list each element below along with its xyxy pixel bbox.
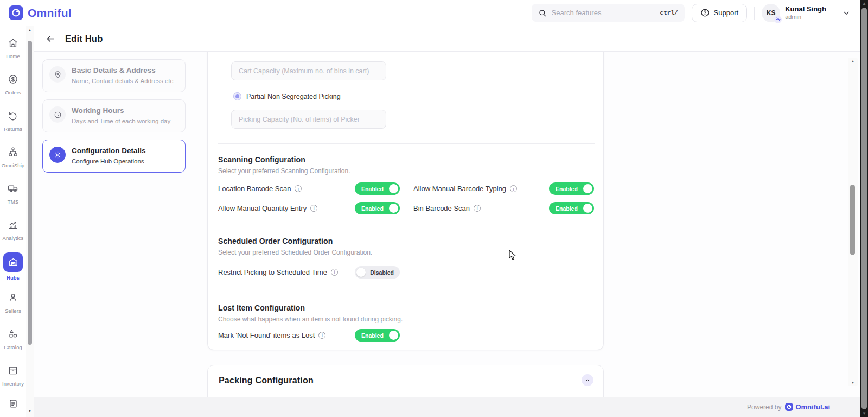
scroll-down-arrow-icon[interactable]: ▼ xyxy=(848,381,858,384)
powered-by-brand[interactable]: Omniful.ai xyxy=(785,403,830,411)
top-header: Omniful ctrl/ Support KS xyxy=(0,0,860,26)
manual-quantity-entry-toggle[interactable]: Enabled xyxy=(355,202,400,214)
header-divider xyxy=(754,7,755,20)
toggle-label: Location Barcode Scan xyxy=(218,185,291,193)
restrict-picking-toggle[interactable]: Disabled xyxy=(355,266,400,279)
info-icon[interactable] xyxy=(331,269,338,276)
scroll-down-arrow-icon[interactable]: ▼ xyxy=(860,411,868,416)
sidebar-item-home[interactable]: Home xyxy=(0,30,26,66)
truck-icon xyxy=(8,182,19,196)
scroll-down-arrow-icon[interactable]: ▼ xyxy=(26,409,34,413)
powered-by-brand-label: Omniful.ai xyxy=(795,403,830,411)
toggle-knob xyxy=(356,268,366,277)
mark-not-found-lost-toggle[interactable]: Enabled xyxy=(355,329,400,342)
packing-card-title: Packing Configuration xyxy=(219,376,592,386)
omniful-logo-icon xyxy=(9,5,23,20)
lost-item-section-subtitle: Choose what happens when an item is not … xyxy=(218,315,603,323)
radio-selected-icon[interactable] xyxy=(233,92,241,100)
document-icon xyxy=(8,399,18,411)
step-list: Basic Details & Address Name, Contact de… xyxy=(42,59,186,173)
step-title: Basic Details & Address xyxy=(72,66,173,74)
step-subtitle: Configure Hub Operations xyxy=(72,157,146,166)
scroll-up-arrow-icon[interactable]: ▲ xyxy=(860,1,868,6)
question-icon xyxy=(700,8,710,17)
sellers-icon xyxy=(8,292,18,305)
sidebar-item-hubs[interactable]: Hubs xyxy=(0,248,26,285)
inventory-icon xyxy=(8,365,18,378)
sidebar-item-tms[interactable]: TMS xyxy=(0,175,26,212)
toggle-state-label: Enabled xyxy=(361,186,384,192)
clock-icon xyxy=(49,106,66,123)
sidebar-scrollbar[interactable]: ▲ ▼ xyxy=(26,26,34,417)
search-input[interactable] xyxy=(552,9,655,17)
omniful-logo[interactable]: Omniful xyxy=(9,5,72,20)
step-configuration-details[interactable]: Configuration Details Configure Hub Oper… xyxy=(42,140,186,173)
collapse-button[interactable] xyxy=(582,374,593,386)
page-body: Basic Details & Address Name, Contact de… xyxy=(34,52,860,397)
step-title: Working Hours xyxy=(72,106,170,115)
toggle-knob xyxy=(389,204,398,213)
step-basic-details[interactable]: Basic Details & Address Name, Contact de… xyxy=(42,59,186,92)
sidebar-item-catalog[interactable]: Catalog xyxy=(0,321,26,357)
main-content: Edit Hub Basic Details & Address Name, C… xyxy=(34,26,860,417)
manual-barcode-typing-toggle[interactable]: Enabled xyxy=(549,182,594,195)
search-shortcut: ctrl/ xyxy=(660,10,678,16)
search-bar[interactable]: ctrl/ xyxy=(532,4,685,22)
sidebar-item-label: Analytics xyxy=(3,235,24,241)
back-arrow-icon[interactable] xyxy=(46,34,56,44)
info-icon[interactable] xyxy=(510,185,517,192)
toggle-label: Mark 'Not Found' items as Lost xyxy=(218,331,315,339)
info-icon[interactable] xyxy=(474,205,481,212)
bin-barcode-scan-toggle[interactable]: Enabled xyxy=(549,202,594,214)
sidebar-item-label: Hubs xyxy=(7,275,20,281)
user-menu[interactable]: KS Kunal Singh admin xyxy=(762,4,826,22)
info-icon[interactable] xyxy=(295,185,302,192)
toggle-knob xyxy=(389,331,398,340)
scrollbar-thumb[interactable] xyxy=(28,41,32,345)
scrollbar-thumb[interactable] xyxy=(850,185,855,255)
toggle-state-label: Disabled xyxy=(370,269,394,276)
sidebar-item-label: Catalog xyxy=(4,344,22,350)
picking-capacity-input[interactable] xyxy=(231,110,386,129)
step-subtitle: Name, Contact details & Address etc xyxy=(72,77,173,85)
toggle-knob xyxy=(583,204,592,213)
scroll-up-arrow-icon[interactable]: ▲ xyxy=(848,59,858,63)
sidebar-item-analytics[interactable]: Analytics xyxy=(0,212,26,248)
catalog-icon xyxy=(8,328,18,342)
toggle-knob xyxy=(583,184,592,193)
sidebar-item-orders[interactable]: Orders xyxy=(0,66,26,103)
sidebar-item-omniship[interactable]: OmniShip xyxy=(0,139,26,175)
home-icon xyxy=(8,37,18,50)
cart-capacity-input[interactable] xyxy=(231,61,386,80)
omniship-icon xyxy=(8,147,18,160)
content-scrollbar[interactable]: ▲ ▼ xyxy=(848,58,858,386)
info-icon[interactable] xyxy=(318,332,326,339)
step-subtitle: Days and Time of each working day xyxy=(72,117,170,125)
divider xyxy=(218,292,595,292)
toggle-label: Allow Manual Barcode Typing xyxy=(413,185,506,193)
scrollbar-thumb[interactable] xyxy=(861,8,867,409)
left-nav-sidebar: Home Orders Returns OmniShip TMS Analyti… xyxy=(0,26,26,417)
sidebar-item-label: Home xyxy=(6,53,20,59)
role-gear-badge-icon xyxy=(774,16,782,23)
partial-picking-radio-row[interactable]: Partial Non Segregated Picking xyxy=(233,92,603,100)
scroll-up-arrow-icon[interactable]: ▲ xyxy=(26,28,34,32)
window-scrollbar[interactable]: ▲ ▼ xyxy=(860,0,868,417)
chevron-down-icon[interactable] xyxy=(842,9,851,17)
user-name: Kunal Singh xyxy=(785,5,826,14)
scanning-section-subtitle: Select your preferred Scanning Configura… xyxy=(218,167,603,175)
sidebar-item-returns[interactable]: Returns xyxy=(0,103,26,139)
sidebar-item-label: Sellers xyxy=(5,308,21,314)
sidebar-item-inventory[interactable]: Inventory xyxy=(0,357,26,394)
step-working-hours[interactable]: Working Hours Days and Time of each work… xyxy=(42,99,186,132)
support-button[interactable]: Support xyxy=(692,4,748,22)
lost-item-section-title: Lost Item Configuration xyxy=(218,304,603,312)
location-barcode-scan-toggle[interactable]: Enabled xyxy=(355,182,400,195)
info-icon[interactable] xyxy=(310,205,317,212)
hubs-icon xyxy=(3,252,23,272)
toggle-label: Allow Manual Quantity Entry xyxy=(218,204,307,212)
packing-configuration-card: Packing Configuration xyxy=(207,365,604,397)
sidebar-item-sellers[interactable]: Sellers xyxy=(0,285,26,321)
divider xyxy=(218,225,595,225)
sidebar-item-partial[interactable] xyxy=(0,394,26,415)
